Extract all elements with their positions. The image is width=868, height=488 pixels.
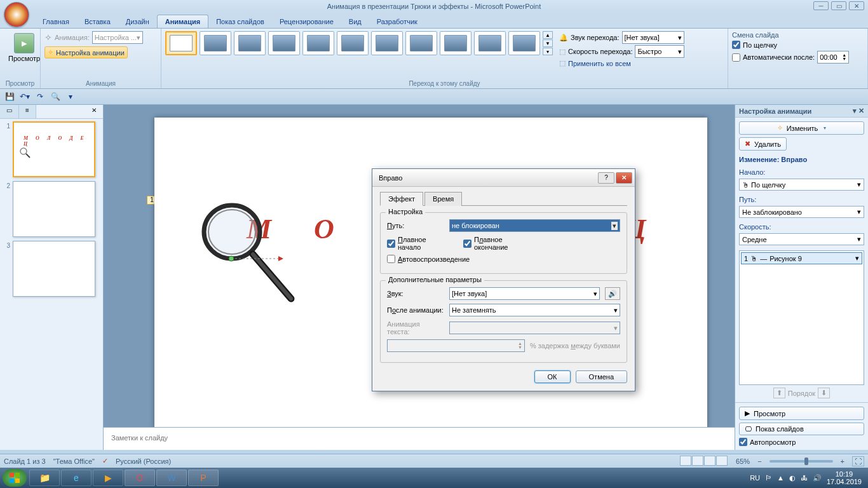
smooth-start-checkbox[interactable]: Плавное начало — [387, 236, 444, 251]
undo-icon[interactable]: ↶▾ — [19, 91, 31, 102]
panel-close-icon[interactable]: ✕ — [85, 105, 103, 118]
tray-flag-icon[interactable]: 🏳 — [765, 474, 772, 482]
notes-pane[interactable]: Заметки к слайду — [104, 427, 735, 450]
taskbar-ie[interactable]: e — [61, 470, 92, 486]
sound-volume-button[interactable]: 🔊 — [605, 287, 620, 300]
dialog-help-icon[interactable]: ? — [598, 172, 614, 184]
office-button[interactable] — [4, 2, 29, 27]
on-click-checkbox[interactable]: По щелчку — [732, 41, 777, 49]
transition-item[interactable] — [508, 31, 540, 55]
taskpane-close-icon[interactable]: ✕ — [858, 107, 864, 114]
transition-none[interactable] — [165, 31, 197, 55]
transition-item[interactable] — [302, 31, 334, 55]
dialog-cancel-button[interactable]: Отмена — [576, 370, 627, 383]
outline-tab[interactable]: ≡ — [19, 105, 36, 118]
slide-thumbnail-2[interactable] — [13, 181, 95, 237]
dialog-tab-effect[interactable]: Эффект — [380, 192, 423, 206]
tray-lang[interactable]: RU — [750, 474, 760, 482]
smooth-end-checkbox[interactable]: Плавное окончание — [463, 236, 520, 251]
dlg-sound-combo[interactable]: [Нет звука]▾ — [449, 287, 600, 300]
dialog-ok-button[interactable]: ОК — [534, 370, 571, 383]
animation-combo[interactable]: Настройка ...▾ — [92, 31, 143, 44]
autoplay-checkbox[interactable]: Автовоспроизведение — [387, 255, 444, 263]
zoom-slider[interactable] — [770, 460, 833, 463]
reorder-down-button[interactable]: ⬇ — [818, 388, 830, 398]
maximize-button[interactable]: ▭ — [831, 1, 846, 10]
tray-icon[interactable]: ◐ — [789, 474, 796, 482]
language-status[interactable]: Русский (Россия) — [116, 458, 171, 465]
qat-more[interactable]: ▾ — [65, 91, 76, 102]
auto-after-checkbox[interactable]: Автоматически после: — [732, 53, 815, 62]
path-label: Путь: — [739, 196, 864, 203]
taskbar-powerpoint[interactable]: P — [188, 470, 219, 486]
taskbar-explorer[interactable]: 📁 — [29, 470, 60, 486]
transition-item[interactable] — [234, 31, 266, 55]
dlg-path-combo[interactable]: не блокирован▾ — [449, 219, 620, 232]
reorder-up-button[interactable]: ⬆ — [773, 388, 785, 398]
animation-list-item[interactable]: 1 🖱 — Рисунок 9 ▾ — [741, 252, 862, 264]
dlg-after-combo[interactable]: Не затемнять▾ — [449, 304, 620, 316]
tray-icon[interactable]: ▲ — [777, 474, 784, 482]
tab-developer[interactable]: Разработчик — [369, 15, 425, 28]
path-select[interactable]: Не заблокировано▾ — [739, 206, 864, 218]
start-button[interactable] — [3, 469, 27, 487]
tab-review[interactable]: Рецензирование — [272, 15, 341, 28]
change-effect-button[interactable]: ✧Изменить — [739, 121, 864, 135]
gallery-scroll[interactable]: ▲▼▾ — [543, 31, 553, 55]
tab-view[interactable]: Вид — [341, 15, 369, 28]
animation-list[interactable]: 1 🖱 — Рисунок 9 ▾ — [739, 250, 864, 385]
tray-volume-icon[interactable]: 🔊 — [813, 474, 822, 482]
custom-animation-button[interactable]: ✧ Настройка анимации — [44, 46, 128, 58]
transition-item[interactable] — [371, 31, 403, 55]
speed-select[interactable]: Средне▾ — [739, 233, 864, 245]
dialog-tab-timing[interactable]: Время — [424, 192, 462, 206]
transition-item[interactable] — [337, 31, 369, 55]
dialog-close-icon[interactable]: ✕ — [616, 172, 632, 184]
transition-sound-combo[interactable]: [Нет звука]▾ — [622, 31, 685, 44]
tab-home[interactable]: Главная — [35, 15, 77, 28]
taskpane-menu-icon[interactable]: ▾ — [853, 107, 857, 114]
tab-design[interactable]: Дизайн — [118, 15, 157, 28]
slide-thumbnail-3[interactable] — [13, 241, 95, 297]
transition-item[interactable] — [440, 31, 471, 55]
dialog-titlebar[interactable]: Вправо ? ✕ — [372, 169, 635, 187]
tray-clock[interactable]: 10:19 17.04.2019 — [827, 470, 862, 485]
auto-after-value[interactable]: 00:00▲▼ — [817, 51, 849, 64]
transition-speed-combo[interactable]: Быстро▾ — [635, 45, 684, 58]
system-tray[interactable]: RU 🏳 ▲ ◐ 🖧 🔊 10:19 17.04.2019 — [750, 470, 865, 485]
remove-effect-button[interactable]: ✖Удалить — [739, 137, 787, 151]
zoom-out-button[interactable]: − — [757, 458, 761, 465]
motion-path[interactable] — [227, 255, 285, 262]
tab-animation[interactable]: Анимация — [157, 15, 208, 28]
save-icon[interactable]: 💾 — [4, 91, 15, 102]
start-select[interactable]: 🖱 По щелчку▾ — [739, 179, 864, 191]
tab-insert[interactable]: Вставка — [77, 15, 118, 28]
slide-thumbnail-1[interactable]: М О Л О Д Е Ц — [13, 121, 95, 177]
transition-item[interactable] — [474, 31, 506, 55]
transition-gallery[interactable]: ▲▼▾ — [165, 31, 553, 55]
preview-button[interactable]: ▶ Просмотр — [4, 31, 44, 64]
close-button[interactable]: ✕ — [849, 1, 864, 10]
window-title: Анимация в презентации Трюки и эффекты -… — [327, 3, 541, 10]
autopreview-checkbox[interactable]: Автопросмотр — [739, 438, 864, 446]
group-label-preview: Просмотр — [4, 79, 36, 87]
slides-tab[interactable]: ▭ — [0, 105, 19, 118]
tray-network-icon[interactable]: 🖧 — [801, 474, 808, 482]
transition-item[interactable] — [200, 31, 231, 55]
minimize-button[interactable]: ─ — [813, 1, 829, 10]
redo-icon[interactable]: ↷ — [34, 91, 46, 102]
tab-slideshow[interactable]: Показ слайдов — [208, 15, 272, 28]
zoom-in-button[interactable]: + — [841, 458, 844, 465]
taskbar-word[interactable]: W — [156, 470, 187, 486]
taskpane-preview-button[interactable]: ▶Просмотр — [739, 407, 864, 420]
transition-item[interactable] — [405, 31, 437, 55]
zoom-level[interactable]: 65% — [736, 458, 750, 465]
transition-item[interactable] — [268, 31, 300, 55]
taskbar-opera[interactable]: O — [125, 470, 155, 486]
apply-all-button[interactable]: Применить ко всем — [568, 60, 631, 67]
taskbar-media[interactable]: ▶ — [93, 470, 123, 486]
view-buttons[interactable] — [680, 456, 728, 467]
qat-item[interactable]: 🔍 — [50, 91, 61, 102]
taskpane-slideshow-button[interactable]: 🖵Показ слайдов — [739, 423, 864, 435]
fit-button[interactable]: ⛶ — [852, 456, 864, 466]
